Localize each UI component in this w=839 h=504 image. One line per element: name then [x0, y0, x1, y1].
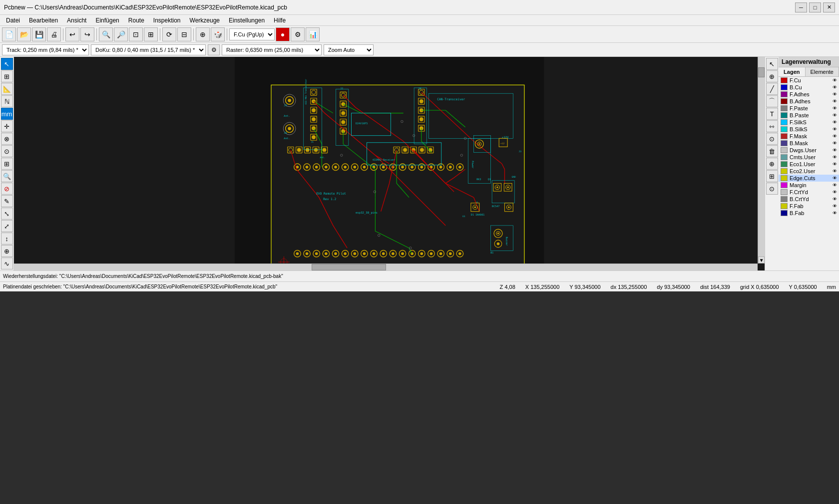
layer-visibility-toggle[interactable]: 👁: [833, 155, 837, 160]
tab-elemente[interactable]: Elemente: [806, 67, 839, 76]
ratsnest-button[interactable]: ⊟: [177, 27, 191, 41]
menu-werkzeuge[interactable]: Werkzeuge: [186, 16, 224, 25]
scroll-down-arrow[interactable]: ▼: [758, 256, 765, 263]
layer-item-b-paste[interactable]: B.Paste👁: [779, 112, 839, 119]
rt-select[interactable]: ↖: [766, 58, 778, 70]
new-button[interactable]: 📄: [2, 27, 16, 41]
expand-tool[interactable]: ⤢: [1, 220, 13, 232]
print-button[interactable]: 🖨: [47, 27, 61, 41]
layer-visibility-toggle[interactable]: 👁: [833, 78, 837, 83]
layer-item-f-paste[interactable]: F.Paste👁: [779, 105, 839, 112]
horizontal-scrollbar[interactable]: [14, 263, 758, 270]
measure-tool[interactable]: ⤡: [1, 208, 13, 220]
layer-visibility-toggle[interactable]: 👁: [833, 99, 837, 104]
drc-tool[interactable]: ⊘: [1, 183, 13, 195]
layer-item-margin[interactable]: Margin👁: [779, 182, 839, 189]
layer-visibility-toggle[interactable]: 👁: [833, 106, 837, 111]
hscroll-thumb[interactable]: [312, 264, 386, 270]
menu-hilfe[interactable]: Hilfe: [270, 16, 290, 25]
layer-item-f-crtyd[interactable]: F.CrtYd👁: [779, 189, 839, 196]
layer-item-b-cu[interactable]: B.Cu👁: [779, 84, 839, 91]
layer-item-b-adhes[interactable]: B.Adhes👁: [779, 98, 839, 105]
vertical-scrollbar[interactable]: ▼: [758, 57, 765, 263]
vscroll-thumb[interactable]: [758, 67, 765, 78]
zoom-fit-button[interactable]: ⊡: [129, 27, 143, 41]
layer-item-cmts-user[interactable]: Cmts.User👁: [779, 154, 839, 161]
layer-visibility-toggle[interactable]: 👁: [833, 113, 837, 118]
layer-item-b-crtyd[interactable]: B.CrtYd👁: [779, 196, 839, 203]
edit-tool[interactable]: ✎: [1, 195, 13, 207]
zoom-in-button[interactable]: 🔍: [99, 27, 113, 41]
drc-button[interactable]: ●: [276, 27, 290, 41]
zoom-area-button[interactable]: ⊞: [144, 27, 158, 41]
layer-item-f-silks[interactable]: F.SilkS👁: [779, 119, 839, 126]
layer-visibility-toggle[interactable]: 👁: [833, 183, 837, 188]
crosshair-tool[interactable]: ✛: [1, 120, 13, 132]
wave-tool[interactable]: ∿: [1, 257, 13, 269]
layer-item-f-mask[interactable]: F.Mask👁: [779, 133, 839, 140]
pcb-canvas[interactable]: 433 MHz Transmitter D24V10F5 J2 J4 433MH…: [14, 57, 765, 270]
layer-visibility-toggle[interactable]: 👁: [833, 134, 837, 139]
setup-button[interactable]: ⚙: [291, 27, 305, 41]
layer-item-f-cu[interactable]: F.Cu👁: [779, 77, 839, 84]
ratsnest-tool[interactable]: ⊗: [1, 133, 13, 145]
menu-datei[interactable]: Datei: [2, 16, 24, 25]
rt-grid[interactable]: ⊞: [766, 170, 778, 182]
add-tool[interactable]: ⊕: [1, 245, 13, 257]
search-tool[interactable]: 🔍: [1, 170, 13, 182]
track-field[interactable]: Track: 0,250 mm (9,84 mils) *: [2, 44, 89, 55]
rt-center[interactable]: ⊙: [766, 133, 778, 145]
layer-visibility-toggle[interactable]: 👁: [833, 197, 837, 202]
layer-item-dwgs-user[interactable]: Dwgs.User👁: [779, 147, 839, 154]
layer-visibility-toggle[interactable]: 👁: [833, 190, 837, 195]
layer-item-edge-cuts[interactable]: Edge.Cuts👁: [779, 175, 839, 182]
layer-visibility-toggle[interactable]: 👁: [833, 127, 837, 132]
zoom-dropdown[interactable]: Zoom Auto: [324, 44, 374, 55]
rt-text[interactable]: T: [766, 108, 778, 120]
rt-arc[interactable]: ⌒: [766, 95, 778, 107]
close-button[interactable]: ✕: [823, 2, 835, 12]
rt-netinspect[interactable]: ⊕: [766, 158, 778, 170]
save-button[interactable]: 💾: [32, 27, 46, 41]
3d-button[interactable]: 🎲: [211, 27, 225, 41]
ruler-tool[interactable]: 📐: [1, 83, 13, 95]
move-tool[interactable]: ↕: [1, 233, 13, 245]
refresh-button[interactable]: ⟳: [162, 27, 176, 41]
undo-button[interactable]: ↩: [65, 27, 79, 41]
layer-visibility-toggle[interactable]: 👁: [833, 211, 837, 216]
layer-item-b-silks[interactable]: B.SilkS👁: [779, 126, 839, 133]
layer-item-b-mask[interactable]: B.Mask👁: [779, 140, 839, 147]
units-mm-tool[interactable]: mm: [1, 108, 13, 120]
minimize-button[interactable]: ─: [795, 2, 807, 12]
layer-dropdown[interactable]: F.Cu (PgUp): [229, 28, 275, 40]
menu-einstellungen[interactable]: Einstellungen: [225, 16, 269, 25]
maximize-button[interactable]: □: [809, 2, 821, 12]
layer-visibility-toggle[interactable]: 👁: [833, 85, 837, 90]
zoom-out-button[interactable]: 🔎: [114, 27, 128, 41]
layer-visibility-toggle[interactable]: 👁: [833, 204, 837, 209]
layer-item-b-fab[interactable]: B.Fab👁: [779, 210, 839, 217]
open-button[interactable]: 📂: [17, 27, 31, 41]
menu-inspektion[interactable]: Inspektion: [149, 16, 185, 25]
menu-route[interactable]: Route: [124, 16, 148, 25]
menu-bearbeiten[interactable]: Bearbeiten: [25, 16, 62, 25]
layer-item-f-adhes[interactable]: F.Adhes👁: [779, 91, 839, 98]
layer-visibility-toggle[interactable]: 👁: [833, 176, 837, 181]
layer-visibility-toggle[interactable]: 👁: [833, 141, 837, 146]
layer-item-eco1-user[interactable]: Eco1.User👁: [779, 161, 839, 168]
rt-add[interactable]: ⊕: [766, 70, 778, 82]
rt-dim[interactable]: ⇿: [766, 120, 778, 132]
pad-button[interactable]: ⊕: [196, 27, 210, 41]
layer-visibility-toggle[interactable]: 👁: [833, 92, 837, 97]
rt-delete[interactable]: 🗑: [766, 145, 778, 157]
layer-item-f-fab[interactable]: F.Fab👁: [779, 203, 839, 210]
menu-einfügen[interactable]: Einfügen: [91, 16, 123, 25]
doku-field[interactable]: DoKu: 0,80 / 0,40 mm (31,5 / 15,7 mils) …: [91, 44, 206, 55]
rt-more[interactable]: ⊙: [766, 183, 778, 195]
grid-tool[interactable]: ⊞: [1, 70, 13, 82]
raster-field[interactable]: Raster: 0,6350 mm (25,00 mils): [222, 44, 322, 55]
gerber-button[interactable]: 📊: [306, 27, 320, 41]
layer-visibility-toggle[interactable]: 👁: [833, 169, 837, 174]
select-tool[interactable]: ↖: [1, 58, 13, 70]
rt-line[interactable]: ╱: [766, 83, 778, 95]
